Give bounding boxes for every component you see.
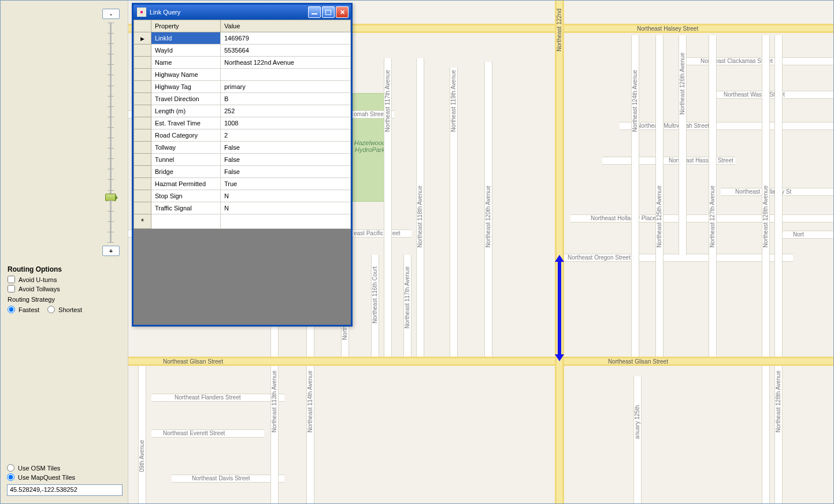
value-cell[interactable]: 1008 — [221, 117, 351, 129]
road-label: Northeast Holladay Place — [591, 215, 656, 221]
property-cell[interactable]: Highway Name — [151, 69, 221, 81]
value-cell[interactable]: 2 — [221, 129, 351, 142]
value-cell[interactable]: N — [221, 190, 351, 202]
avoid-tollways-checkbox[interactable]: Avoid Tollways — [8, 285, 121, 292]
row-header[interactable] — [134, 93, 151, 105]
row-header[interactable] — [134, 105, 151, 117]
row-header[interactable] — [134, 166, 151, 178]
value-cell[interactable] — [221, 69, 351, 81]
value-cell[interactable]: False — [221, 142, 351, 154]
road-vertical — [138, 361, 146, 503]
zoom-out-button[interactable]: - — [102, 9, 120, 19]
park-label: Hazelwood HydroPark — [351, 139, 388, 153]
strategy-fastest-radio[interactable]: Fastest — [8, 306, 39, 313]
zoom-in-button[interactable]: + — [102, 246, 120, 256]
row-header[interactable] — [134, 69, 151, 81]
property-cell[interactable]: Name — [151, 57, 221, 69]
strategy-shortest-radio[interactable]: Shortest — [47, 306, 82, 313]
table-row[interactable]: Travel DirectionB — [134, 93, 351, 105]
property-cell[interactable]: Traffic Signal — [151, 202, 221, 214]
table-row[interactable]: Highway Tagprimary — [134, 81, 351, 93]
table-row[interactable]: Traffic SignalN — [134, 202, 351, 214]
road-label: Northeast Multnomah Street — [637, 123, 709, 129]
close-button[interactable]: ✕ — [336, 6, 349, 18]
app-root: - + Routing Options Avoid U-turns Avoid … — [0, 0, 834, 504]
window-titlebar[interactable]: Link Query ✕ — [134, 5, 351, 20]
row-header[interactable] — [134, 129, 151, 142]
selected-link-marker[interactable] — [558, 261, 561, 355]
property-cell[interactable]: LinkId — [151, 32, 221, 45]
row-header[interactable] — [134, 45, 151, 57]
value-cell[interactable]: B — [221, 93, 351, 105]
maximize-icon — [325, 10, 331, 15]
property-cell[interactable]: Est. Travel Time — [151, 117, 221, 129]
row-header[interactable] — [134, 117, 151, 129]
road-vertical — [774, 35, 783, 503]
col-property-header[interactable]: Property — [151, 20, 221, 32]
property-cell[interactable]: Travel Direction — [151, 93, 221, 105]
road-label: Northeast 117th Avenue — [384, 70, 391, 132]
table-row[interactable]: Length (m)252 — [134, 105, 351, 117]
property-cell[interactable]: Tollway — [151, 142, 221, 154]
property-cell[interactable]: Hazmat Permitted — [151, 178, 221, 190]
road-label: Nort — [793, 231, 804, 238]
tiles-mapquest-radio[interactable]: Use MapQuest Tiles — [7, 473, 121, 481]
zoom-slider[interactable] — [110, 23, 112, 242]
value-cell[interactable]: False — [221, 154, 351, 166]
link-query-window[interactable]: Link Query ✕ Property Value LinkI — [132, 3, 353, 327]
property-grid[interactable]: Property Value LinkId1469679WayId5535664… — [134, 20, 351, 325]
property-cell[interactable]: Highway Tag — [151, 81, 221, 93]
road-label: Northeast 122nd — [556, 9, 562, 51]
row-header[interactable] — [134, 178, 151, 190]
col-value-header[interactable]: Value — [221, 20, 351, 32]
window-icon — [137, 8, 146, 17]
minimize-button[interactable] — [308, 6, 321, 18]
table-row[interactable]: TollwayFalse — [134, 142, 351, 154]
close-icon: ✕ — [340, 9, 345, 16]
value-cell[interactable] — [221, 214, 351, 229]
property-cell[interactable]: Stop Sign — [151, 190, 221, 202]
property-cell[interactable] — [151, 214, 221, 229]
avoid-uturns-checkbox[interactable]: Avoid U-turns — [8, 276, 121, 283]
road-label: Northeast 119th Avenue — [450, 70, 457, 132]
road-label: omah Street — [354, 111, 385, 117]
row-header[interactable] — [134, 57, 151, 69]
side-panel: - + Routing Options Avoid U-turns Avoid … — [1, 1, 128, 503]
row-header[interactable] — [134, 81, 151, 93]
table-row[interactable]: TunnelFalse — [134, 154, 351, 166]
table-row[interactable]: Hazmat PermittedTrue — [134, 178, 351, 190]
table-row[interactable]: Highway Name — [134, 69, 351, 81]
row-header[interactable] — [134, 214, 151, 229]
property-cell[interactable]: Length (m) — [151, 105, 221, 117]
value-cell[interactable]: 252 — [221, 105, 351, 117]
road-horizontal — [779, 231, 833, 239]
value-cell[interactable]: N — [221, 202, 351, 214]
value-cell[interactable]: True — [221, 178, 351, 190]
value-cell[interactable]: primary — [221, 81, 351, 93]
maximize-button[interactable] — [322, 6, 335, 18]
table-row[interactable]: BridgeFalse — [134, 166, 351, 178]
value-cell[interactable]: 1469679 — [221, 32, 351, 45]
table-row[interactable]: Road Category2 — [134, 129, 351, 142]
row-header[interactable] — [134, 154, 151, 166]
table-row[interactable]: LinkId1469679 — [134, 32, 351, 45]
value-cell[interactable]: 5535664 — [221, 45, 351, 57]
road-label: Northeast 127th Avenue — [709, 186, 716, 247]
property-cell[interactable]: Bridge — [151, 166, 221, 178]
table-row[interactable]: NameNortheast 122nd Avenue — [134, 57, 351, 69]
row-header[interactable] — [134, 190, 151, 202]
row-header[interactable] — [134, 32, 151, 45]
property-cell[interactable]: Tunnel — [151, 154, 221, 166]
tiles-osm-radio[interactable]: Use OSM Tiles — [7, 464, 121, 472]
routing-options-panel: Routing Options Avoid U-turns Avoid Toll… — [5, 262, 123, 322]
value-cell[interactable]: False — [221, 166, 351, 178]
value-cell[interactable]: Northeast 122nd Avenue — [221, 57, 351, 69]
new-row[interactable] — [134, 214, 351, 229]
property-cell[interactable]: Road Category — [151, 129, 221, 142]
table-row[interactable]: Stop SignN — [134, 190, 351, 202]
property-cell[interactable]: WayId — [151, 45, 221, 57]
row-header[interactable] — [134, 142, 151, 154]
table-row[interactable]: WayId5535664 — [134, 45, 351, 57]
table-row[interactable]: Est. Travel Time1008 — [134, 117, 351, 129]
row-header[interactable] — [134, 202, 151, 214]
